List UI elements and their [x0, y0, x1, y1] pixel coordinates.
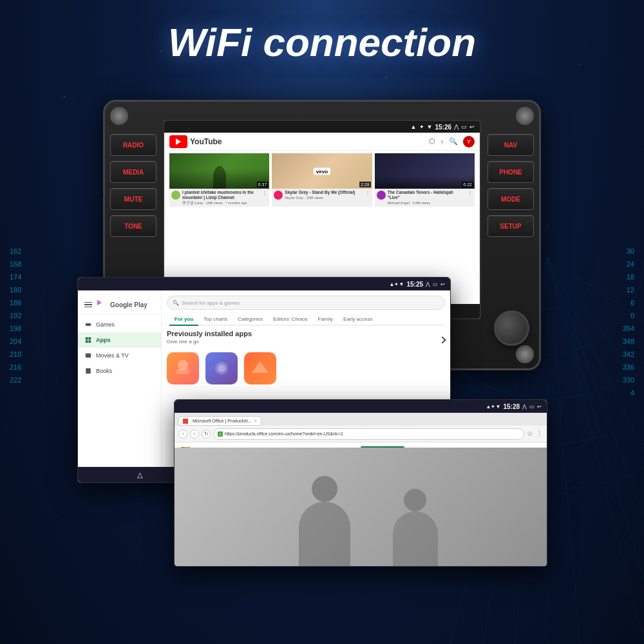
right-knob[interactable]: [494, 310, 529, 346]
bookmark-icon[interactable]: ☆: [527, 430, 533, 438]
gamepad-icon: [84, 321, 92, 328]
browser-tabs-row: Microsoft Office | Productvit... ×: [175, 413, 547, 426]
gplay-back: ↩: [440, 281, 445, 287]
yt-time: 15:26: [435, 124, 451, 131]
office-status-icons: ▲✦▼: [486, 404, 501, 410]
url-bar[interactable]: 🔒 https://products.office.com/en-us/home…: [213, 428, 524, 440]
url-text: https://products.office.com/en-us/home?o…: [225, 431, 343, 436]
office-browser-bar: ‹ › ↻ 🔒 https://products.office.com/en-u…: [175, 426, 547, 442]
side-buttons-right: NAV PHONE MODE SETUP: [488, 134, 534, 237]
gplay-app-icon-1[interactable]: [167, 352, 199, 384]
gplay-tab-family[interactable]: Family: [313, 314, 339, 326]
yt-logo: YouTube: [169, 135, 222, 148]
video-info-3: The Canadian Tenors - Hallelujah "Live" …: [375, 189, 475, 206]
browser-tab-office[interactable]: Microsoft Office | Productvit... ×: [178, 416, 261, 426]
gplay-search-bar[interactable]: 🔍 Search for apps & games: [167, 296, 445, 310]
yt-window-icon: ▭: [461, 124, 467, 130]
video-info-1: I planted shiitake mushrooms in the moun…: [169, 189, 269, 207]
gplay-app-icon-3[interactable]: [244, 352, 276, 384]
menu-dots-icon[interactable]: ⋮: [536, 430, 543, 438]
person-1: [286, 476, 363, 566]
refresh-button[interactable]: ↻: [202, 430, 211, 439]
gplay-window: ▭: [433, 281, 438, 287]
video-title-1: I planted shiitake mushrooms in the moun…: [182, 190, 260, 200]
svg-rect-21: [86, 354, 91, 358]
gplay-tab-for-you[interactable]: For you: [169, 314, 198, 326]
gplay-app-icon-2[interactable]: [205, 352, 238, 384]
gplay-sidebar: Google Play Games Apps: [78, 290, 162, 467]
vevo-badge: vevo: [314, 167, 330, 175]
browser-tab-title: Microsoft Office | Productvit...: [193, 419, 251, 423]
yt-search-icon[interactable]: 🔍: [449, 137, 458, 146]
office-hero-image: [175, 448, 547, 566]
gplay-tab-editors-choice[interactable]: Editors' Choice: [268, 314, 313, 326]
video-thumb-3: 6:22: [375, 153, 475, 189]
video-card-3[interactable]: 6:22 The Canadian Tenors - Hallelujah "L…: [375, 153, 475, 207]
yt-user-avatar[interactable]: Y: [463, 136, 475, 147]
mount-hole-tr: [516, 107, 534, 125]
tone-button[interactable]: TONE: [110, 215, 156, 237]
video-duration-2: 2:28: [359, 182, 371, 187]
gplay-nav-home[interactable]: △: [137, 471, 142, 479]
gplay-sidebar-apps[interactable]: Apps: [78, 332, 161, 348]
gplay-section-title: Previously installed apps: [167, 330, 252, 337]
office-time: 15:28: [503, 403, 520, 410]
gplay-status-icons: ▲✦▼: [390, 281, 404, 287]
mute-button[interactable]: MUTE: [110, 188, 156, 210]
svg-point-26: [218, 365, 225, 372]
svg-rect-16: [86, 323, 91, 326]
svg-rect-22: [86, 368, 91, 374]
gplay-logo-text: Google Play: [110, 301, 147, 308]
gplay-sidebar-movies[interactable]: Movies & TV: [78, 348, 161, 363]
gplay-status-bar: ▲✦▼ 15:25 ⋀ ▭ ↩: [78, 278, 450, 290]
forward-button[interactable]: ›: [190, 430, 199, 439]
yt-expand-icon: ⋀: [454, 124, 459, 130]
person-2: [377, 489, 454, 566]
yt-header: YouTube ⬡ ↑ 🔍 Y: [164, 133, 480, 151]
gplay-games-label: Games: [96, 321, 115, 328]
gplay-tab-categories[interactable]: Categories: [232, 314, 268, 326]
numbers-left: 162 168 174 180 186 192 198 204 210 216 …: [10, 245, 21, 386]
yt-status-icon-signal: ▼: [427, 124, 433, 130]
secure-icon: 🔒: [218, 431, 223, 437]
setup-button[interactable]: SETUP: [488, 215, 534, 237]
phone-button[interactable]: PHONE: [488, 161, 534, 183]
gplay-logo-icon: [96, 299, 106, 310]
svg-rect-18: [88, 337, 91, 340]
video-meta-1: 李子柒 Liziqi · 14M views · 7 months ago: [182, 201, 260, 205]
radio-button[interactable]: RADIO: [110, 134, 156, 156]
back-button[interactable]: ‹: [178, 430, 187, 439]
office-back: ↩: [537, 404, 542, 410]
video-meta-3: Michael Angel · 2.8M views: [388, 201, 466, 205]
video-duration-3: 6:22: [462, 182, 473, 187]
tab-close-icon[interactable]: ×: [254, 418, 257, 424]
section-arrow-icon[interactable]: [439, 336, 446, 343]
gplay-apps-row: [167, 352, 445, 384]
yt-status-bar: ▲ ✦ ▼ 15:26 ⋀ ▭ ↩: [164, 121, 480, 133]
nav-button[interactable]: NAV: [488, 134, 534, 156]
gplay-section-header: Previously installed apps Give one a go: [167, 330, 445, 350]
yt-logo-icon: [169, 135, 187, 148]
yt-upload-icon[interactable]: ↑: [440, 138, 444, 146]
mode-button[interactable]: MODE: [488, 188, 534, 210]
video-thumb-2: vevo 2:28: [272, 153, 372, 189]
hamburger-menu[interactable]: [84, 302, 92, 308]
video-card-1[interactable]: 6:37 I planted shiitake mushrooms in the…: [169, 153, 269, 207]
video-duration-1: 6:37: [257, 182, 269, 187]
office-screen: ▲✦▼ 15:28 ⋀ ▭ ↩ Microsoft Office | Produ…: [174, 399, 547, 567]
video-card-2[interactable]: vevo 2:28 Skylar Grey - Stand By Me (Off…: [272, 153, 372, 207]
gplay-movies-label: Movies & TV: [96, 352, 129, 359]
svg-marker-27: [252, 361, 269, 373]
svg-rect-17: [86, 337, 88, 340]
gplay-tab-early-access[interactable]: Early access: [338, 314, 377, 326]
gplay-tab-top-charts[interactable]: Top charts: [198, 314, 232, 326]
mount-hole-br: [516, 345, 534, 363]
apps-grid-icon: [84, 336, 92, 344]
gplay-sidebar-books[interactable]: Books: [78, 363, 161, 379]
yt-cast-icon[interactable]: ⬡: [429, 137, 435, 146]
svg-point-23: [178, 360, 188, 370]
office-content: [175, 448, 547, 566]
media-button[interactable]: MEDIA: [110, 161, 156, 183]
office-expand: ⋀: [522, 404, 527, 410]
gplay-sidebar-games[interactable]: Games: [78, 317, 161, 332]
